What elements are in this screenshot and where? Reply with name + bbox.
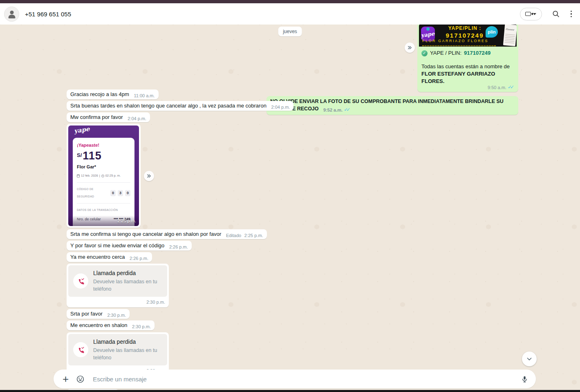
message-bubble[interactable]: Me encuentro en shalon 2:30 p.m. [67,320,155,330]
missed-call-title: Llamada perdida [93,269,162,277]
message-bubble[interactable]: Srta por favor 2:30 p.m. [67,309,130,319]
chevron-down-icon [533,13,536,15]
message-time: 9:52 a.m. [323,106,343,114]
caption-line2: Todas las cuentas están a nombre de [421,63,514,70]
message-time: 2:04 p.m. [128,115,146,122]
yape-receipt-image: yape ¡Yapeaste! S/ 115 Flor Gar* 12 feb.… [68,125,139,226]
plin-logo: plin [486,26,498,38]
message-time: 2:25 p.m. [244,232,263,239]
security-code-label: CÓDIGO DE SEGURIDAD [77,186,110,200]
missed-call-bubble[interactable]: Llamada perdida Devuelve las llamadas en… [67,264,169,307]
message-composer: + [54,370,536,388]
window-title-strip [0,0,580,3]
missed-call-icon [77,346,85,354]
caption-text: YAPE / PLIN: [430,49,461,57]
search-button[interactable] [552,10,560,18]
video-call-button[interactable] [520,8,542,20]
message-bubble[interactable]: Y por favor si me iuedw enviar el código… [67,241,192,251]
incoming-message-group: Gracias recojo a las 4pm 11:00 a.m. Srta… [67,90,293,390]
missed-call-subtitle: Devuelve las llamadas en tu teléfono [93,278,162,293]
message-time: 2:30 p.m. [68,297,167,307]
message-bubble[interactable]: Srta buenas tardes en shalon tengo que c… [67,101,293,111]
check-emoji-icon: ✓ [421,50,428,56]
message-text: Y por favor si me iuedw enviar el código [70,242,164,249]
receipt-payee: Flor Gar* [77,163,130,170]
message-time: 2:25 p.m. [117,217,136,224]
missed-call-icon [77,278,85,285]
message-time: 2:04 p.m. [271,103,290,111]
message-text: Mw confirma por favor [70,114,123,120]
emoji-sticker-button[interactable] [74,375,87,383]
kebab-icon [571,11,572,12]
read-receipt-icon: ✓✓ [508,84,514,90]
caption-number: 917107249 [464,49,490,57]
sticker-icon [76,375,85,383]
receipt-currency: S/ [77,152,82,159]
clock-icon [101,175,104,177]
forward-icon [146,173,152,179]
message-text: Srta por favor [70,311,103,317]
message-text: NO OLVIDE ENVIAR LA FOTO DE SU COMPROBAN… [270,99,504,112]
message-bubble[interactable]: Ya me encuentro cerca 2:26 p.m. [67,252,152,262]
menu-button[interactable] [570,10,573,18]
person-icon [10,11,13,14]
message-bubble-banner[interactable]: yape YAPE/PLIN : 917107249 plin Floower … [417,25,518,92]
read-receipt-icon: ✓✓ [344,107,350,112]
calendar-icon [77,175,80,177]
receipt-headline: ¡Yapeaste! [77,141,130,149]
transaction-data-label: DATOS DE LA TRANSACCIÓN [77,206,130,214]
edited-label: Editado [226,232,241,239]
banner-image[interactable]: yape YAPE/PLIN : 917107249 plin Floower … [419,25,517,47]
message-text: Gracias recojo a las 4pm [70,91,129,97]
message-text: Srta me confirma si tengo que cancelar a… [70,231,221,237]
chat-header: +51 969 651 055 [0,3,580,25]
missed-call-subtitle: Devuelve las llamadas en tu teléfono [93,347,162,361]
message-bubble[interactable]: Srta me confirma si tengo que cancelar a… [67,229,267,239]
search-icon [552,10,560,18]
banner-holder-name: FLOR GARRIAZO FLORES [422,37,496,46]
microphone-icon [521,375,528,383]
contact-avatar[interactable] [4,7,19,22]
message-time: 2:30 p.m. [132,323,151,330]
message-text: Me encuentro en shalon [70,322,127,328]
receipt-date: 12 feb. 2026 [81,172,98,179]
conversation-panel[interactable]: jueves yape YAPE/PLIN : 917107249 plin F… [0,25,580,390]
message-bubble[interactable]: Gracias recojo a las 4pm 11:00 a.m. [67,90,159,99]
message-time: 2:30 p.m. [107,311,126,319]
video-camera-icon [525,12,531,16]
message-text: Ya me encuentro cerca [70,254,125,260]
forward-button[interactable] [144,171,154,181]
message-time: 2:26 p.m. [130,255,148,262]
message-time: 9:50 a.m. [488,84,506,91]
price-list-image: Floower [503,25,517,46]
attach-button[interactable]: + [59,375,72,383]
voice-message-button[interactable] [520,375,529,383]
message-bubble-image[interactable]: yape ¡Yapeaste! S/ 115 Flor Gar* 12 feb.… [67,124,141,228]
forward-button[interactable] [405,43,415,53]
message-input[interactable] [93,376,518,383]
forward-icon [407,45,412,50]
receipt-amount: 115 [83,150,102,161]
outgoing-message-group: yape YAPE/PLIN : 917107249 plin Floower … [266,25,518,115]
receipt-tx-time: 02:25 p. m. [105,172,121,179]
missed-call-title: Llamada perdida [93,338,162,345]
contact-phone-number[interactable]: +51 969 651 055 [25,11,71,18]
taskbar-strip [0,390,580,392]
banner-title: YAPE/PLIN : [439,25,491,32]
message-bubble[interactable]: Mw confirma por favor 2:04 p.m. [67,112,150,122]
yape-logo: yape [74,125,90,135]
message-time: 11:00 a.m. [134,92,155,99]
chevron-down-icon [526,356,533,362]
message-bubble[interactable]: NO OLVIDE ENVIAR LA FOTO DE SU COMPROBAN… [266,96,518,115]
message-text: Srta buenas tardes en shalon tengo que c… [70,103,266,109]
scroll-to-bottom-button[interactable] [522,352,537,366]
message-time: 2:26 p.m. [169,243,188,251]
